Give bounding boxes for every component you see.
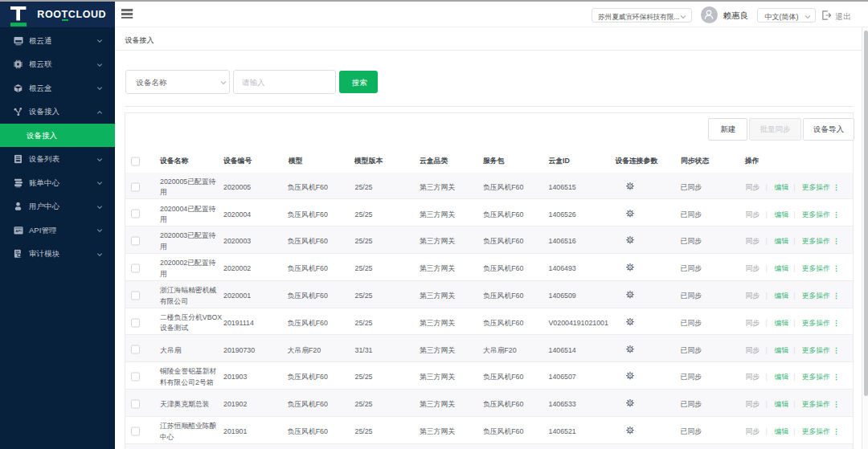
svg-text:API: API xyxy=(15,229,21,233)
